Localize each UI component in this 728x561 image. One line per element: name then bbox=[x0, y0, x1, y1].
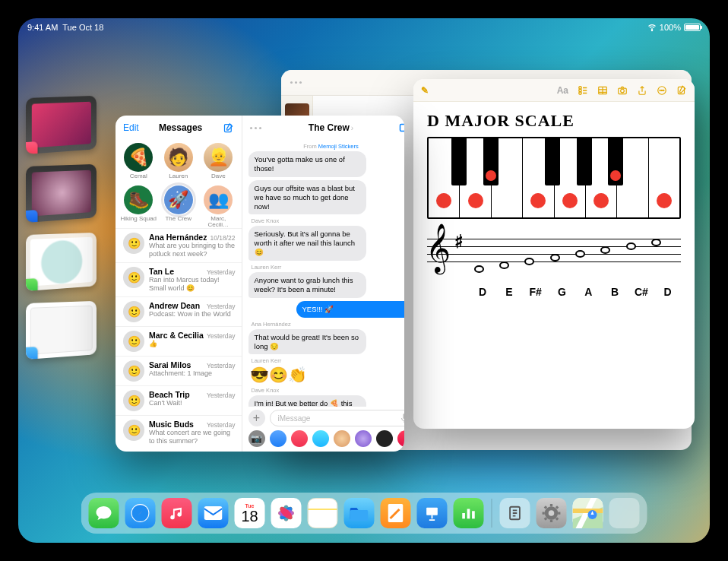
conversation-name: Tan Le bbox=[149, 267, 174, 276]
pinned-conversation[interactable]: 🚀The Crew bbox=[160, 185, 198, 227]
status-bar: 9:41 AM Tue Oct 18 100% bbox=[27, 21, 701, 33]
hashtag-app-icon[interactable] bbox=[397, 430, 404, 447]
digital-touch-icon[interactable] bbox=[376, 430, 393, 447]
checklist-icon[interactable] bbox=[578, 85, 588, 96]
appstore-app-icon[interactable] bbox=[270, 430, 286, 447]
pinned-name: Hiking Squad bbox=[120, 216, 157, 227]
note-body[interactable]: D MAJOR SCALE bbox=[413, 102, 695, 307]
apps-plus-button[interactable]: + bbox=[248, 410, 265, 426]
conversation-item[interactable]: 🙂 Beach TripYesterday Can't Wait! bbox=[116, 385, 242, 415]
dock-maps-icon[interactable] bbox=[573, 498, 603, 528]
pinned-conversation[interactable]: 🧑Lauren bbox=[160, 143, 198, 184]
received-bubble[interactable]: Guys our offsite was a blast but we have… bbox=[248, 180, 366, 215]
conversation-name: Beach Trip bbox=[149, 390, 190, 399]
conversation-list[interactable]: 🙂 Ana Hernández10/18/22 What are you bri… bbox=[116, 228, 242, 452]
dock-files-icon[interactable] bbox=[344, 498, 375, 528]
sender-label: Lauren Kerr bbox=[252, 357, 404, 364]
memoji2-app-icon[interactable] bbox=[355, 430, 372, 447]
dock-calendar-icon[interactable]: Tue18 bbox=[235, 498, 265, 528]
scale-dot bbox=[562, 193, 578, 208]
conversation-name: Andrew Dean bbox=[149, 301, 200, 310]
stage-tile-safari[interactable] bbox=[26, 301, 97, 360]
sender-label: Dave Knox bbox=[252, 217, 404, 224]
safari-icon bbox=[26, 347, 38, 360]
conversation-date: Yesterday bbox=[207, 391, 236, 399]
more-icon[interactable] bbox=[657, 85, 667, 96]
pinned-conversation[interactable]: 🥾Hiking Squad bbox=[120, 185, 157, 227]
conversation-item[interactable]: 🙂 Tan LeYesterday Ran into Marcus today!… bbox=[116, 262, 242, 296]
text-format-button[interactable]: Aa bbox=[557, 85, 568, 96]
dock-numbers-icon[interactable] bbox=[454, 498, 484, 528]
received-bubble[interactable]: Seriously. But it's all gonna be worth i… bbox=[248, 226, 366, 261]
music-app-icon[interactable] bbox=[291, 430, 308, 447]
sharp-icon: ♯ bbox=[454, 231, 464, 252]
pinned-conversation[interactable]: 👥Marc, Cecili… bbox=[200, 185, 237, 227]
dock-recents-icon[interactable] bbox=[500, 498, 530, 528]
messages-title: Messages bbox=[159, 122, 202, 133]
conversation-date: Yesterday bbox=[207, 303, 236, 310]
dock-safari-icon[interactable] bbox=[125, 498, 156, 528]
svg-rect-26 bbox=[350, 510, 369, 521]
dock-settings-icon[interactable] bbox=[537, 498, 567, 528]
conversation-name: Marc & Cecilia bbox=[149, 331, 204, 340]
pinned-name: Cemal bbox=[130, 173, 147, 184]
notes-editor-window[interactable]: ✎ Aa D MAJOR SCALE bbox=[413, 79, 695, 429]
pinned-conversation[interactable]: 👱Dave bbox=[200, 143, 237, 184]
received-bubble[interactable]: That would be great! It's been so long 😔 bbox=[248, 329, 366, 355]
messages-app-strip[interactable]: 📷 bbox=[242, 428, 404, 452]
table-icon[interactable] bbox=[597, 85, 608, 96]
sticker-origin: From Memoji Stickers bbox=[248, 143, 404, 150]
fitness-app-icon[interactable] bbox=[312, 430, 329, 447]
messages-thread[interactable]: From Memoji Stickers You've gotta make u… bbox=[242, 140, 404, 407]
messages-window[interactable]: Edit Messages 🍕Cemal🧑Lauren👱Dave🥾Hiking … bbox=[116, 116, 404, 452]
dock-photos-icon[interactable] bbox=[271, 498, 302, 528]
new-note-icon[interactable] bbox=[676, 85, 687, 96]
conversation-preview: What concert are we going to this summer… bbox=[149, 429, 236, 445]
avatar: 👥 bbox=[204, 185, 233, 214]
compose-icon[interactable] bbox=[223, 122, 234, 134]
battery-icon bbox=[684, 24, 701, 31]
memoji-app-icon[interactable] bbox=[334, 430, 350, 447]
stage-tile-numbers[interactable] bbox=[26, 233, 97, 291]
conversation-name: Ana Hernández bbox=[149, 233, 207, 242]
conversation-item[interactable]: 🙂 Marc & CeciliaYesterday 👍 bbox=[116, 326, 242, 356]
edit-button[interactable]: Edit bbox=[123, 122, 139, 133]
dock-mail-icon[interactable] bbox=[198, 498, 229, 528]
received-bubble[interactable]: I'm in! But we better do 🍕 this time! bbox=[248, 395, 366, 407]
dock-app-library-icon[interactable] bbox=[609, 498, 640, 528]
conversation-item[interactable]: 🙂 Ana Hernández10/18/22 What are you bri… bbox=[116, 228, 242, 262]
thread-title[interactable]: The Crew bbox=[309, 122, 350, 133]
status-time: 9:41 AM bbox=[27, 23, 58, 32]
conversation-item[interactable]: 🙂 Andrew DeanYesterday Podcast: Wow in t… bbox=[116, 296, 242, 326]
dock[interactable]: Tue18 bbox=[81, 493, 647, 534]
conversation-item[interactable]: 🙂 Sarai MilosYesterday Attachment: 1 Ima… bbox=[116, 356, 242, 385]
svg-rect-28 bbox=[426, 508, 438, 515]
input-placeholder: iMessage bbox=[278, 414, 311, 423]
conversation-date: Yesterday bbox=[207, 268, 236, 276]
camera-icon[interactable] bbox=[617, 85, 628, 96]
message-composer: + iMessage bbox=[242, 407, 404, 428]
conversation-preview: 👍 bbox=[149, 340, 236, 348]
stage-tile-photos[interactable] bbox=[26, 164, 97, 223]
conversation-preview: What are you bringing to the potluck nex… bbox=[149, 242, 236, 258]
message-input[interactable]: iMessage bbox=[270, 410, 404, 426]
photos-app-icon[interactable]: 📷 bbox=[248, 430, 265, 447]
dictate-icon[interactable] bbox=[400, 413, 404, 423]
received-bubble[interactable]: You've gotta make us one of those! bbox=[248, 151, 366, 177]
pinned-conversation[interactable]: 🍕Cemal bbox=[120, 143, 157, 184]
share-icon[interactable] bbox=[637, 85, 647, 96]
stage-tile-music[interactable] bbox=[26, 96, 97, 154]
markup-icon[interactable]: ✎ bbox=[421, 85, 429, 96]
dock-keynote-icon[interactable] bbox=[417, 498, 448, 528]
svg-rect-17 bbox=[204, 506, 223, 520]
dock-notes-icon[interactable] bbox=[308, 498, 338, 528]
reaction-row: 😎😊👏 bbox=[250, 366, 404, 384]
dock-messages-icon[interactable] bbox=[89, 498, 119, 528]
conversation-item[interactable]: 🙂 Music BudsYesterday What concert are w… bbox=[116, 415, 242, 449]
facetime-icon[interactable] bbox=[399, 122, 404, 133]
notes-editor-toolbar[interactable]: ✎ Aa bbox=[413, 79, 695, 102]
dock-pages-icon[interactable] bbox=[381, 498, 411, 528]
received-bubble[interactable]: Anyone want to grab lunch this week? It'… bbox=[248, 272, 366, 298]
sent-bubble[interactable]: YES!!! 🚀 bbox=[296, 301, 404, 318]
dock-music-icon[interactable] bbox=[162, 498, 192, 528]
